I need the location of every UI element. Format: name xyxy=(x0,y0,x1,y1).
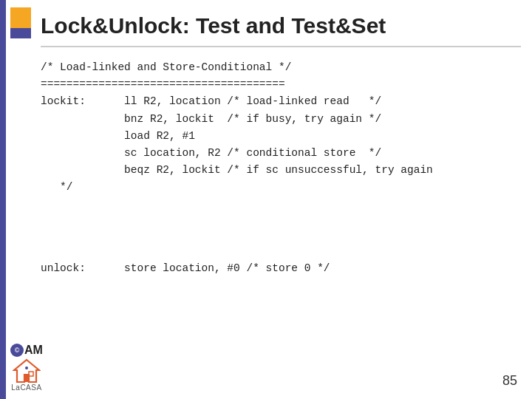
page-title: Lock&Unlock: Test and Test&Set xyxy=(41,13,386,38)
am-circle-icon: © xyxy=(10,344,24,357)
blue-square xyxy=(10,28,31,38)
corner-decoration xyxy=(10,7,31,38)
svg-point-3 xyxy=(25,366,28,369)
page-number: 85 xyxy=(502,373,517,389)
lacasa-label: LaCASA xyxy=(11,383,41,392)
house-icon xyxy=(13,358,41,383)
left-accent-bar xyxy=(0,0,6,399)
title-divider xyxy=(41,46,521,47)
house-logo: LaCASA xyxy=(11,358,41,392)
svg-rect-1 xyxy=(24,375,29,382)
am-label: AM xyxy=(24,344,43,357)
code-block: /* Load-linked and Store-Conditional */ … xyxy=(41,59,433,197)
orange-square xyxy=(10,7,31,28)
unlock-line: unlock: store location, #0 /* store 0 */ xyxy=(41,262,330,274)
logos-area: © AM LaCASA xyxy=(10,344,43,392)
am-logo: © AM xyxy=(10,344,43,357)
